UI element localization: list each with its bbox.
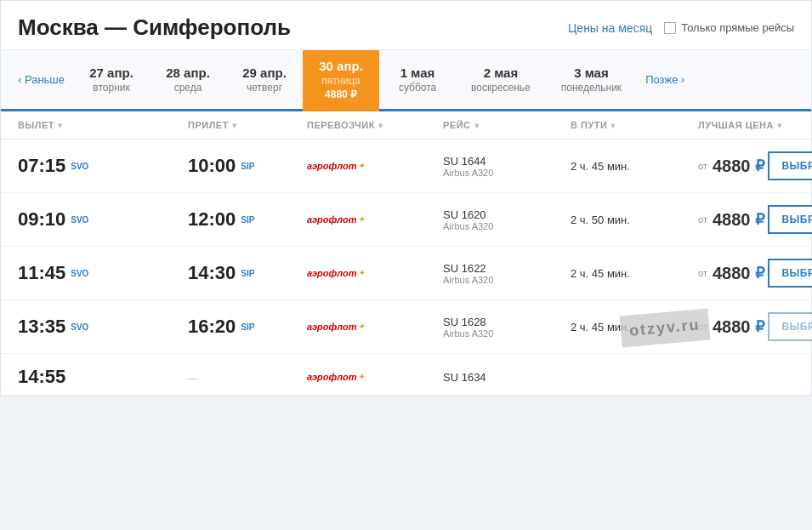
depart-airport-1: SVO [71, 215, 88, 225]
flight-col-partial: SU 1634 [443, 371, 571, 384]
sort-icon-carrier: ▾ [378, 121, 383, 130]
aircraft-0: Airbus A320 [443, 168, 571, 178]
ruble-icon-0: ₽ [755, 157, 764, 175]
left-arrow-icon: ‹ [18, 73, 25, 86]
star-icon-partial: ✦ [358, 373, 365, 381]
date-item-0[interactable]: 27 апр. вторник [73, 50, 150, 111]
date-day-2: четверг [247, 82, 282, 94]
arrive-time-1: 12:00 [188, 208, 236, 231]
depart-col-3: 13:35 SVO [18, 316, 188, 338]
col-carrier[interactable]: ПЕРЕВОЗЧИК ▾ [307, 120, 443, 130]
depart-col-0: 07:15 SVO [18, 155, 188, 177]
star-icon: ✦ [358, 162, 365, 170]
col-arrive[interactable]: ПРИЛЕТ ▾ [188, 120, 307, 130]
depart-time-0: 07:15 [18, 155, 65, 177]
select-button-0[interactable]: ВЫБРАТЬ РЕЙС [768, 151, 812, 180]
col-duration[interactable]: В ПУТИ ▾ [571, 120, 698, 130]
select-button-2[interactable]: ВЫБРАТЬ РЕЙС [768, 259, 812, 288]
aircraft-1: Airbus A320 [443, 221, 571, 231]
price-value-2: 4880 [713, 264, 751, 283]
airline-col-partial: аэрофлот ✦ [307, 372, 443, 382]
aircraft-2: Airbus A320 [443, 275, 571, 285]
date-day-3: пятница [321, 75, 360, 87]
arrive-time-0: 10:00 [188, 155, 236, 177]
date-label-0: 27 апр. [89, 66, 133, 80]
col-price[interactable]: ЛУЧШАЯ ЦЕНА ▾ [698, 120, 794, 130]
star-icon-2: ✦ [358, 269, 365, 277]
price-col-1: от 4880 ₽ [698, 210, 764, 230]
date-item-2[interactable]: 29 апр. четверг [226, 50, 303, 111]
date-day-1: среда [174, 82, 202, 94]
depart-time-1: 09:10 [18, 208, 65, 231]
sort-icon-price: ▾ [777, 121, 782, 130]
price-action-2: от 4880 ₽ ВЫБРАТЬ РЕЙС [698, 259, 812, 288]
later-button[interactable]: Позже › [637, 50, 693, 109]
flight-num-0: SU 1644 [443, 155, 571, 168]
date-nav: ‹ Раньше 27 апр. вторник 28 апр. среда 2… [1, 50, 811, 111]
ruble-icon-3: ₽ [755, 317, 764, 336]
sort-icon-depart: ▾ [58, 121, 63, 130]
depart-col-partial: 14:55 [18, 366, 188, 388]
date-label-5: 2 мая [484, 66, 519, 80]
arrive-airport-2: SIP [241, 269, 254, 278]
price-month-link[interactable]: Цены на месяц [568, 21, 652, 35]
depart-time-partial: 14:55 [18, 366, 65, 388]
date-day-4: суббота [399, 82, 436, 94]
select-button-1[interactable]: ВЫБРАТЬ РЕЙС [768, 205, 812, 234]
price-action-1: от 4880 ₽ ВЫБРАТЬ РЕЙС [698, 205, 812, 234]
arrive-col-0: 10:00 SIP [188, 155, 307, 177]
flight-rows: 07:15 SVO 10:00 SIP аэрофлот ✦ SU 1644 A… [1, 140, 811, 396]
flight-num-1: SU 1620 [443, 208, 571, 221]
action-col-3: ВЫБРАТЬ РЕЙС [768, 312, 812, 341]
airline-logo-2: аэрофлот ✦ [307, 268, 443, 278]
date-item-1[interactable]: 28 апр. среда [150, 50, 226, 111]
sort-icon-duration: ▾ [610, 121, 616, 130]
star-icon-1: ✦ [358, 215, 365, 224]
price-from-1: от [698, 214, 707, 225]
header-controls: Цены на месяц Только прямые рейсы [568, 21, 794, 35]
date-item-3[interactable]: 30 апр. пятница 4880 ₽ [303, 50, 379, 111]
date-item-6[interactable]: 3 мая понедельник [546, 50, 637, 111]
airline-col-1: аэрофлот ✦ [307, 214, 443, 225]
direct-only-label: Только прямые рейсы [681, 21, 794, 34]
arrive-col-2: 14:30 SIP [188, 262, 307, 284]
col-flight[interactable]: РЕЙС ▾ [443, 120, 571, 130]
table-row: 13:35 SVO 16:20 SIP аэрофлот ✦ SU 1628 A… [1, 300, 811, 354]
table-header: ВЫЛЕТ ▾ ПРИЛЕТ ▾ ПЕРЕВОЗЧИК ▾ РЕЙС ▾ В П… [1, 111, 811, 140]
airline-logo-0: аэрофлот ✦ [307, 161, 443, 171]
flight-num-2: SU 1622 [443, 262, 571, 275]
star-icon-3: ✦ [358, 322, 365, 331]
date-label-3: 30 апр. [319, 59, 363, 73]
airline-logo-partial: аэрофлот ✦ [307, 372, 443, 382]
date-label-6: 3 мая [574, 66, 609, 80]
duration-2: 2 ч. 45 мин. [571, 267, 698, 280]
flight-col-3: SU 1628 Airbus A320 [443, 316, 571, 339]
price-from-0: от [698, 161, 707, 171]
watermark: otzyv.ru [620, 309, 711, 348]
airline-logo-1: аэрофлот ✦ [307, 214, 443, 225]
table-row: 09:10 SVO 12:00 SIP аэрофлот ✦ SU 1620 A… [1, 193, 811, 247]
price-value-0: 4880 [713, 157, 751, 176]
arrive-col-3: 16:20 SIP [188, 316, 307, 338]
date-item-4[interactable]: 1 мая суббота [379, 50, 456, 111]
airline-col-0: аэрофлот ✦ [307, 161, 443, 171]
airline-col-2: аэрофлот ✦ [307, 268, 443, 278]
airline-logo-3: аэрофлот ✦ [307, 322, 443, 332]
page-header: Москва — Симферополь Цены на месяц Тольк… [1, 1, 811, 50]
sort-icon-flight: ▾ [474, 121, 480, 130]
depart-airport-2: SVO [71, 269, 88, 278]
date-label-2: 29 апр. [242, 66, 287, 80]
table-row-partial: 14:55 — аэрофлот ✦ SU 1634 ВЫБРАТЬ РЕЙС [1, 354, 811, 396]
action-col-2: ВЫБРАТЬ РЕЙС [768, 259, 812, 288]
route-title: Москва — Симферополь [18, 14, 291, 41]
price-from-2: от [698, 268, 707, 278]
direct-only-checkbox[interactable] [664, 22, 676, 34]
select-button-3[interactable]: ВЫБРАТЬ РЕЙС [768, 312, 812, 341]
arrive-time-3: 16:20 [188, 316, 236, 338]
earlier-button[interactable]: ‹ Раньше [9, 50, 73, 109]
col-depart[interactable]: ВЫЛЕТ ▾ [18, 120, 188, 130]
date-day-6: понедельник [561, 82, 622, 94]
date-item-5[interactable]: 2 мая воскресенье [456, 50, 546, 111]
date-price-3: 4880 ₽ [325, 88, 357, 100]
flight-col-1: SU 1620 Airbus A320 [443, 208, 571, 231]
